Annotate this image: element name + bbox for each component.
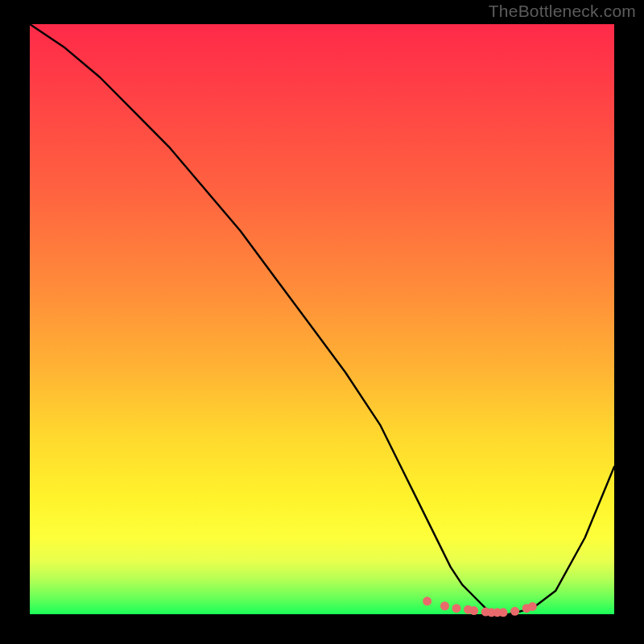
chart-container: TheBottleneck.com: [0, 0, 644, 644]
curve-svg: [30, 24, 614, 614]
valley-marker: [423, 597, 431, 605]
valley-marker: [499, 608, 508, 617]
valley-marker: [528, 602, 537, 611]
valley-marker: [510, 607, 519, 616]
valley-markers: [423, 597, 537, 617]
watermark-text: TheBottleneck.com: [489, 2, 636, 21]
valley-marker: [469, 606, 478, 615]
plot-area: [30, 24, 614, 614]
valley-marker: [452, 604, 460, 613]
valley-marker: [440, 601, 449, 610]
bottleneck-curve: [30, 24, 614, 614]
